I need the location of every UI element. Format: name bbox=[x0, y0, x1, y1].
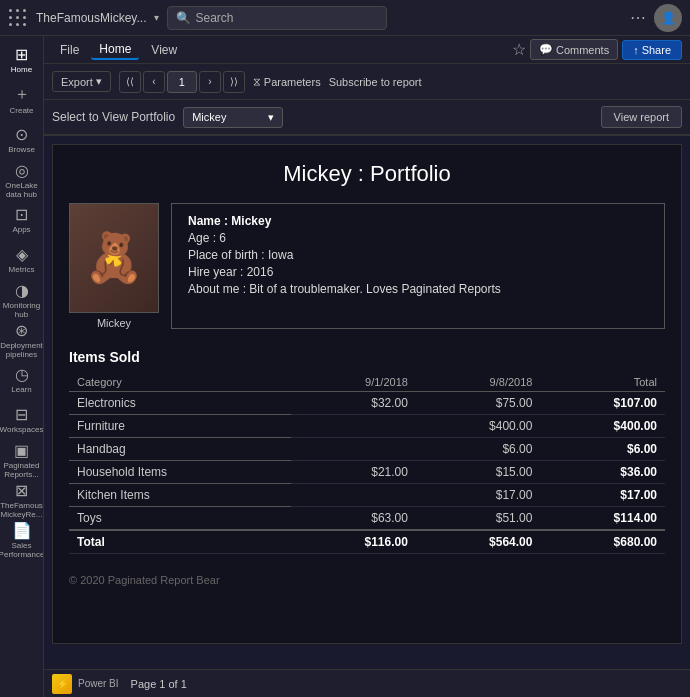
sidebar-item-famousmickey[interactable]: ⊠ TheFamous MickeyRe... bbox=[2, 480, 42, 520]
nav-last-button[interactable]: ⟩⟩ bbox=[223, 71, 245, 93]
app-title: TheFamousMickey... bbox=[36, 11, 146, 25]
action-bar: Select to View Portfolio Mickey ▾ View r… bbox=[44, 100, 690, 136]
items-sold-title: Items Sold bbox=[69, 349, 665, 365]
toolbar: Export ▾ ⟨⟨ ‹ › ⟩⟩ ⧖ Parameters Subscrib… bbox=[44, 64, 690, 100]
sidebar-item-home[interactable]: ⊞ Home bbox=[2, 40, 42, 80]
sidebar-item-salesperf[interactable]: 📄 Sales Performance bbox=[2, 520, 42, 560]
page-indicator: Page 1 of 1 bbox=[131, 678, 187, 690]
top-bar: TheFamousMickey... ▾ 🔍 Search ⋯ 👤 bbox=[0, 0, 690, 36]
chevron-down-icon[interactable]: ▾ bbox=[154, 12, 159, 23]
menu-bar: File Home View ☆ 💬 Comments ↑ Share bbox=[44, 36, 690, 64]
portfolio-dropdown[interactable]: Mickey ▾ bbox=[183, 107, 283, 128]
star-button[interactable]: ☆ bbox=[512, 40, 526, 59]
profile-info: Name : Mickey Age : 6 Place of birth : I… bbox=[171, 203, 665, 329]
export-chevron-icon: ▾ bbox=[96, 75, 102, 88]
powerbi-logo: ⚡ bbox=[52, 674, 72, 694]
search-icon: 🔍 bbox=[176, 11, 191, 25]
view-report-button[interactable]: View report bbox=[601, 106, 682, 128]
total-amount: $680.00 bbox=[540, 530, 665, 554]
more-options-icon[interactable]: ⋯ bbox=[630, 8, 646, 27]
total-label: Total bbox=[69, 530, 291, 554]
export-label: Export bbox=[61, 76, 93, 88]
comments-button[interactable]: 💬 Comments bbox=[530, 39, 618, 60]
sidebar-item-learn[interactable]: ◷ Learn bbox=[2, 360, 42, 400]
sidebar-item-deployment-label: Deployment pipelines bbox=[0, 342, 43, 360]
bear-photo: 🧸 bbox=[69, 203, 159, 313]
powerbi-logo-icon: ⚡ bbox=[57, 679, 68, 689]
table-row: Electronics $32.00 $75.00 $107.00 bbox=[69, 392, 665, 415]
table-row: Handbag $6.00 $6.00 bbox=[69, 438, 665, 461]
bottom-bar-left: ⚡ Power BI bbox=[52, 674, 119, 694]
sidebar-item-paginated-label: Paginated Reports... bbox=[2, 462, 42, 480]
sidebar-item-metrics[interactable]: ◈ Metrics bbox=[2, 240, 42, 280]
cell-total: $114.00 bbox=[540, 507, 665, 531]
cell-date2: $17.00 bbox=[416, 484, 541, 507]
table-row: Kitchen Items $17.00 $17.00 bbox=[69, 484, 665, 507]
search-box[interactable]: 🔍 Search bbox=[167, 6, 387, 30]
powerbi-label: Power BI bbox=[78, 678, 119, 689]
col-header-date2: 9/8/2018 bbox=[416, 373, 541, 392]
search-placeholder: Search bbox=[195, 11, 233, 25]
sidebar-item-monitoring[interactable]: ◑ Monitoring hub bbox=[2, 280, 42, 320]
cell-category: Furniture bbox=[69, 415, 291, 438]
main-layout: ⊞ Home ＋ Create ⊙ Browse ◎ OneLake data … bbox=[0, 36, 690, 697]
sidebar-item-create[interactable]: ＋ Create bbox=[2, 80, 42, 120]
nav-prev-button[interactable]: ‹ bbox=[143, 71, 165, 93]
parameters-button[interactable]: ⧖ Parameters bbox=[253, 75, 321, 88]
nav-first-button[interactable]: ⟨⟨ bbox=[119, 71, 141, 93]
subscribe-button[interactable]: Subscribe to report bbox=[329, 76, 422, 88]
sidebar-item-learn-label: Learn bbox=[11, 386, 31, 395]
sidebar-item-workspaces-label: Workspaces bbox=[0, 426, 43, 435]
apps-icon[interactable] bbox=[8, 8, 28, 28]
menu-home[interactable]: Home bbox=[91, 40, 139, 60]
cell-category: Household Items bbox=[69, 461, 291, 484]
page-number-input[interactable] bbox=[167, 71, 197, 93]
profile-about: About me : Bit of a troublemaker. Loves … bbox=[188, 282, 648, 296]
cell-date2: $75.00 bbox=[416, 392, 541, 415]
cell-date1 bbox=[291, 438, 416, 461]
cell-date2: $400.00 bbox=[416, 415, 541, 438]
table-header-row: Category 9/1/2018 9/8/2018 Total bbox=[69, 373, 665, 392]
nav-next-button[interactable]: › bbox=[199, 71, 221, 93]
sidebar-item-apps[interactable]: ⊡ Apps bbox=[2, 200, 42, 240]
menu-view[interactable]: View bbox=[143, 41, 185, 59]
sidebar-item-workspaces[interactable]: ⊟ Workspaces bbox=[2, 400, 42, 440]
home-icon: ⊞ bbox=[15, 45, 28, 64]
filter-icon: ⧖ bbox=[253, 75, 261, 88]
total-col2: $564.00 bbox=[416, 530, 541, 554]
sidebar-item-onelake[interactable]: ◎ OneLake data hub bbox=[2, 160, 42, 200]
share-button[interactable]: ↑ Share bbox=[622, 40, 682, 60]
sidebar-item-create-label: Create bbox=[9, 107, 33, 116]
report-area: Mickey : Portfolio 🧸 Mickey Name : Micke… bbox=[44, 136, 690, 669]
cell-date2: $6.00 bbox=[416, 438, 541, 461]
famousmickey-icon: ⊠ bbox=[15, 481, 28, 500]
profile-section: 🧸 Mickey Name : Mickey Age : 6 Place of … bbox=[69, 203, 665, 329]
bear-emoji-icon: 🧸 bbox=[84, 234, 144, 282]
cell-total: $17.00 bbox=[540, 484, 665, 507]
sidebar-item-metrics-label: Metrics bbox=[9, 266, 35, 275]
create-icon: ＋ bbox=[14, 84, 30, 105]
col-header-total: Total bbox=[540, 373, 665, 392]
copyright-text: © 2020 Paginated Report Bear bbox=[69, 574, 665, 586]
cell-category: Electronics bbox=[69, 392, 291, 415]
salesperf-icon: 📄 bbox=[12, 521, 32, 540]
sidebar-item-browse[interactable]: ⊙ Browse bbox=[2, 120, 42, 160]
report-title: Mickey : Portfolio bbox=[69, 161, 665, 187]
sidebar: ⊞ Home ＋ Create ⊙ Browse ◎ OneLake data … bbox=[0, 36, 44, 697]
table-total-row: Total $116.00 $564.00 $680.00 bbox=[69, 530, 665, 554]
onelake-icon: ◎ bbox=[15, 161, 29, 180]
profile-age: Age : 6 bbox=[188, 231, 648, 245]
total-col1: $116.00 bbox=[291, 530, 416, 554]
cell-total: $6.00 bbox=[540, 438, 665, 461]
share-icon: ↑ bbox=[633, 44, 639, 56]
comments-icon: 💬 bbox=[539, 43, 553, 56]
menu-file[interactable]: File bbox=[52, 41, 87, 59]
avatar[interactable]: 👤 bbox=[654, 4, 682, 32]
sidebar-item-paginated[interactable]: ▣ Paginated Reports... bbox=[2, 440, 42, 480]
profile-pob: Place of birth : Iowa bbox=[188, 248, 648, 262]
sidebar-items-list: ⊞ Home ＋ Create ⊙ Browse ◎ OneLake data … bbox=[0, 40, 43, 560]
sidebar-item-deployment[interactable]: ⊛ Deployment pipelines bbox=[2, 320, 42, 360]
export-button[interactable]: Export ▾ bbox=[52, 71, 111, 92]
dropdown-chevron-icon: ▾ bbox=[268, 111, 274, 124]
cell-date1: $63.00 bbox=[291, 507, 416, 531]
